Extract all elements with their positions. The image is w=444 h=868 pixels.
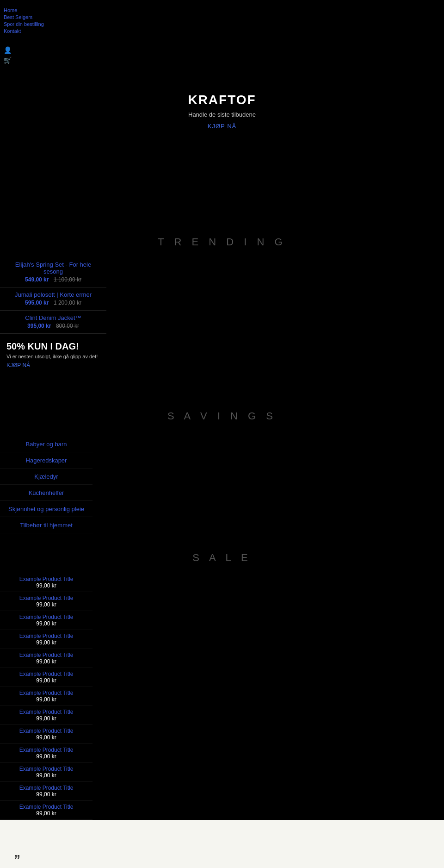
category-link-6[interactable]: Tilbehør til hjemmet [20,522,73,529]
product-name-11: Example Product Title [5,766,88,772]
products-right-area [92,573,444,820]
product-item-1: Example Product Title 99,00 kr [0,573,92,592]
category-item-4[interactable]: Küchenhelfer [0,485,92,501]
product-item-13: Example Product Title 99,00 kr [0,801,92,820]
quote-mark-1: ” [14,852,430,867]
product-price-7: 99,00 kr [5,696,88,703]
product-price-8: 99,00 kr [5,715,88,722]
product-item-2: Example Product Title 99,00 kr [0,592,92,611]
product-item-11: Example Product Title 99,00 kr [0,763,92,782]
categories-panel: Babyer og barn Hageredskaper Kjæledyr Kü… [0,431,92,538]
sale-cta-button[interactable]: KJØP NÅ [6,362,100,368]
category-link-3[interactable]: Kjæledyr [34,473,58,480]
product-item-12: Example Product Title 99,00 kr [0,782,92,801]
product-item-9: Example Product Title 99,00 kr [0,725,92,744]
testimonial-1: ” Flott butikk, mine bestillinger blir a… [14,838,430,868]
product-name-5: Example Product Title [5,652,88,658]
product-item-10: Example Product Title 99,00 kr [0,744,92,763]
product-name-10: Example Product Title [5,747,88,753]
cart-icon[interactable]: 🛒 [4,56,12,64]
sale-title: 50% KUN I DAG! [6,341,100,352]
product-item-8: Example Product Title 99,00 kr [0,706,92,725]
product-price-10: 99,00 kr [5,753,88,760]
hero-image-area [106,257,444,396]
products-panel: Example Product Title 99,00 kr Example P… [0,573,92,820]
category-item-5[interactable]: Skjønnhet og personlig pleie [0,501,92,517]
trending-original-price-2: 1 200,00 kr [54,300,81,306]
product-price-11: 99,00 kr [5,772,88,779]
product-price-4: 99,00 kr [5,639,88,646]
hero-section: Home Best Selgers Spor din bestilling Ko… [0,0,444,222]
savings-section: S A V I N G S [0,396,444,431]
trending-product-name-1: Elijah's Spring Set - For hele sesong [6,261,101,275]
trending-item-1: Elijah's Spring Set - For hele sesong 54… [0,257,106,287]
category-link-4[interactable]: Küchenhelfer [29,489,64,496]
product-price-2: 99,00 kr [5,601,88,608]
hero-logo: KRAFTOF [188,93,256,107]
trending-sale-price-1: 549,00 kr [25,276,49,283]
trending-product-name-2: Jumali polosett | Korte ermer [6,291,101,298]
category-item-3[interactable]: Kjæledyr [0,468,92,485]
trending-sale-price-2: 595,00 kr [25,300,49,306]
trending-products-panel: Elijah's Spring Set - For hele sesong 54… [0,257,106,396]
category-item-6[interactable]: Tilbehør til hjemmet [0,517,92,533]
sale-section: S A L E [0,538,444,573]
nav-home[interactable]: Home [4,7,44,13]
category-item-2[interactable]: Hageredskaper [0,452,92,468]
trending-left-panel: Elijah's Spring Set - For hele sesong 54… [0,257,444,396]
product-price-3: 99,00 kr [5,620,88,627]
product-name-13: Example Product Title [5,804,88,810]
product-name-9: Example Product Title [5,728,88,734]
product-price-9: 99,00 kr [5,734,88,741]
product-item-3: Example Product Title 99,00 kr [0,611,92,630]
sale-section-title: S A L E [0,552,444,564]
product-price-1: 99,00 kr [5,582,88,589]
products-area: Example Product Title 99,00 kr Example P… [0,573,444,820]
category-link-5[interactable]: Skjønnhet og personlig pleie [8,506,84,512]
product-price-13: 99,00 kr [5,810,88,817]
product-price-12: 99,00 kr [5,791,88,798]
nav-contact[interactable]: Kontakt [4,28,44,34]
product-item-4: Example Product Title 99,00 kr [0,630,92,649]
sale-banner: 50% KUN I DAG! Vi er nesten utsolgt, ikk… [0,334,106,376]
nav-area: Home Best Selgers Spor din bestilling Ko… [4,7,44,34]
category-link-1[interactable]: Babyer og barn [26,441,67,448]
categories-area: Babyer og barn Hageredskaper Kjæledyr Kü… [0,431,444,538]
trending-original-price-3: 800,00 kr [56,323,79,329]
trending-product-name-3: Clint Denim Jacket™ [6,314,101,321]
hero-cta-button[interactable]: KJØP NÅ [208,123,236,130]
product-price-5: 99,00 kr [5,658,88,665]
trending-item-3: Clint Denim Jacket™ 395,00 kr 800,00 kr [0,311,106,334]
nav-best-selgers[interactable]: Best Selgers [4,14,44,20]
categories-right-area [92,431,444,538]
product-name-1: Example Product Title [5,576,88,582]
product-name-6: Example Product Title [5,671,88,677]
product-name-7: Example Product Title [5,690,88,696]
product-item-5: Example Product Title 99,00 kr [0,649,92,668]
trending-sale-price-3: 395,00 kr [27,323,51,329]
category-link-2[interactable]: Hageredskaper [26,457,67,464]
product-name-4: Example Product Title [5,633,88,639]
savings-section-title: S A V I N G S [0,410,444,422]
product-price-6: 99,00 kr [5,677,88,684]
hero-subtitle: Handle de siste tilbudene [188,111,256,118]
product-name-2: Example Product Title [5,595,88,601]
trending-section-title: T R E N D I N G [0,236,444,248]
nav-track-order[interactable]: Spor din bestilling [4,21,44,27]
trending-item-2: Jumali polosett | Korte ermer 595,00 kr … [0,287,106,311]
product-name-12: Example Product Title [5,785,88,791]
product-name-3: Example Product Title [5,614,88,620]
trending-section: T R E N D I N G [0,222,444,257]
testimonials-section: ” Flott butikk, mine bestillinger blir a… [0,820,444,868]
user-icon[interactable]: 👤 [4,46,12,54]
product-item-7: Example Product Title 99,00 kr [0,687,92,706]
sale-description: Vi er nesten utsolgt, ikke gå glipp av d… [6,354,100,359]
category-item-1[interactable]: Babyer og barn [0,436,92,452]
product-item-6: Example Product Title 99,00 kr [0,668,92,687]
trending-original-price-1: 1 100,00 kr [54,276,81,283]
product-name-8: Example Product Title [5,709,88,715]
nav-icon-area: 👤 🛒 [4,46,12,64]
